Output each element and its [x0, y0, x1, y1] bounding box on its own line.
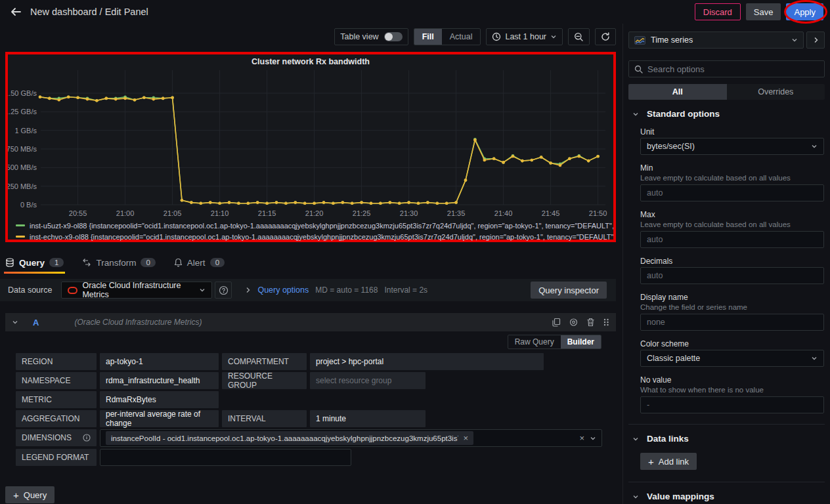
legend-item-series-2[interactable]: inst-echvo-x9-ol88 {instancepoolid="ocid… — [16, 231, 613, 242]
svg-text:500 MB/s: 500 MB/s — [8, 163, 37, 171]
options-tabs: All Overrides — [628, 84, 825, 100]
duplicate-query-icon[interactable] — [552, 318, 561, 327]
chevron-down-icon — [632, 436, 639, 442]
no-value-input[interactable] — [640, 396, 824, 413]
panel-options-sidebar: Time series All Ove — [622, 24, 830, 504]
namespace-label: NAMESPACE — [16, 372, 97, 389]
visualization-name: Time series — [651, 35, 693, 45]
fill-option[interactable]: Fill — [414, 29, 442, 45]
options-search[interactable] — [628, 60, 825, 77]
region-value[interactable]: ap-tokyo-1 — [100, 353, 219, 370]
alert-count-badge: 0 — [210, 258, 225, 267]
bell-icon — [174, 258, 183, 267]
time-series-chart[interactable]: 1.50 GB/s1.25 GB/s1 GB/s750 MB/s500 MB/s… — [8, 68, 613, 220]
color-scheme-label: Color scheme — [640, 339, 825, 348]
raw-query-option[interactable]: Raw Query — [508, 335, 561, 348]
visualization-picker[interactable]: Time series — [628, 32, 804, 49]
datasource-help-button[interactable] — [215, 282, 232, 299]
interval-value[interactable]: 1 minute — [310, 410, 426, 427]
aggregation-value[interactable]: per-interval average rate of change — [100, 410, 219, 427]
panel-title: Cluster network Rx bandwidth — [8, 57, 613, 68]
time-range-picker[interactable]: Last 1 hour — [486, 28, 563, 45]
drag-handle-icon[interactable] — [603, 318, 609, 327]
apply-button[interactable]: Apply — [786, 3, 823, 20]
value-mappings-header[interactable]: Value mappings — [628, 492, 825, 501]
query-form: REGION ap-tokyo-1 COMPARTMENT project > … — [16, 353, 616, 466]
hide-response-eye-icon[interactable] — [569, 318, 579, 326]
query-editor-row: A (Oracle Cloud Infrastructure Metrics) — [5, 313, 616, 466]
table-view-control[interactable]: Table view — [334, 28, 408, 45]
chevron-down-icon — [632, 494, 639, 500]
legend-format-input[interactable] — [100, 449, 351, 466]
query-options-toggle[interactable]: Query options MD = auto = 1168 Interval … — [245, 285, 427, 295]
min-input[interactable] — [640, 184, 824, 201]
actual-option[interactable]: Actual — [442, 29, 481, 45]
no-value-description: What to show when there is no value — [640, 386, 825, 394]
back-button[interactable] — [7, 3, 25, 21]
query-inspector-button[interactable]: Query inspector — [531, 282, 607, 299]
app-root: New dashboard / Edit Panel Discard Save … — [0, 0, 830, 504]
tab-alert-label: Alert — [187, 258, 206, 268]
datasource-label: Data source — [8, 285, 52, 295]
query-options-label: Query options — [257, 285, 309, 295]
value-mappings-section: Value mappings Add value mappings — [628, 482, 825, 504]
tab-all-options[interactable]: All — [628, 84, 727, 100]
legend-label: inst-u5uzt-x9-ol88 {instancepoolid="ocid… — [30, 222, 613, 230]
add-query-button[interactable]: + Query — [5, 486, 55, 503]
svg-text:20:55: 20:55 — [69, 209, 87, 217]
query-header[interactable]: A (Oracle Cloud Infrastructure Metrics) — [5, 313, 616, 331]
legend-item-series-1[interactable]: inst-u5uzt-x9-ol88 {instancepoolid="ocid… — [16, 220, 613, 231]
clock-icon — [492, 32, 501, 41]
oracle-logo-icon — [68, 287, 77, 294]
unit-label: Unit — [640, 127, 825, 136]
max-input[interactable] — [640, 231, 824, 248]
table-view-switch[interactable] — [384, 32, 403, 41]
resource-group-value[interactable]: select resource group — [310, 372, 426, 389]
panel-toolbar: Table view Fill Actual Last 1 hour — [0, 28, 616, 46]
chevron-down-icon — [632, 111, 639, 117]
add-link-button[interactable]: + Add link — [640, 453, 697, 470]
remove-dimension-icon[interactable]: × — [463, 433, 468, 443]
tab-transform[interactable]: Transform 0 — [82, 253, 155, 272]
color-scheme-select[interactable]: Classic palette — [640, 350, 824, 367]
min-description: Leave empty to calculate based on all va… — [640, 174, 825, 182]
editor-mode-row: Raw Query Builder — [5, 335, 601, 349]
data-links-header[interactable]: Data links — [628, 434, 825, 444]
namespace-value[interactable]: rdma_infrastructure_health — [100, 372, 219, 389]
display-name-input[interactable] — [640, 314, 824, 331]
decimals-input[interactable] — [640, 267, 824, 284]
clear-dimensions-icon[interactable]: × — [579, 433, 584, 443]
color-scheme-value: Classic palette — [647, 354, 700, 363]
decimals-label: Decimals — [640, 257, 825, 266]
interval-label: INTERVAL — [222, 410, 307, 427]
compartment-value[interactable]: project > hpc-portal — [310, 353, 544, 370]
min-label: Min — [640, 163, 825, 173]
tab-query[interactable]: Query 1 — [5, 253, 64, 272]
tab-overrides[interactable]: Overrides — [727, 84, 825, 100]
zoom-out-button[interactable] — [568, 28, 590, 45]
svg-text:21:50: 21:50 — [589, 209, 607, 217]
standard-options-header[interactable]: Standard options — [628, 109, 825, 119]
save-button[interactable]: Save — [746, 3, 781, 20]
tab-query-label: Query — [19, 258, 45, 268]
svg-text:750 MB/s: 750 MB/s — [8, 145, 37, 153]
options-search-input[interactable] — [647, 64, 819, 74]
tab-alert[interactable]: Alert 0 — [174, 253, 225, 272]
dimensions-label: DIMENSIONS — [22, 433, 72, 442]
fill-actual-segment: Fill Actual — [414, 28, 481, 45]
svg-text:21:45: 21:45 — [542, 209, 560, 217]
metric-value[interactable]: RdmaRxBytes — [100, 391, 219, 408]
datasource-row: Data source Oracle Cloud Infrastructure … — [0, 279, 616, 301]
datasource-picker[interactable]: Oracle Cloud Infrastructure Metrics — [61, 282, 212, 299]
discard-button[interactable]: Discard — [695, 3, 741, 20]
refresh-button[interactable] — [595, 28, 616, 45]
dimension-tag-text: instancePoolId - ocid1.instancepool.oc1.… — [111, 434, 458, 442]
remove-query-trash-icon[interactable] — [586, 318, 595, 327]
builder-option[interactable]: Builder — [561, 335, 601, 348]
refresh-icon — [601, 32, 610, 41]
standard-options-section: Standard options Unit bytes/sec(SI) Min … — [628, 100, 825, 425]
info-circle-icon[interactable] — [83, 434, 91, 442]
unit-select[interactable]: bytes/sec(SI) — [640, 138, 824, 155]
collapse-options-button[interactable] — [806, 32, 825, 49]
dimensions-select[interactable]: instancePoolId - ocid1.instancepool.oc1.… — [100, 429, 602, 447]
